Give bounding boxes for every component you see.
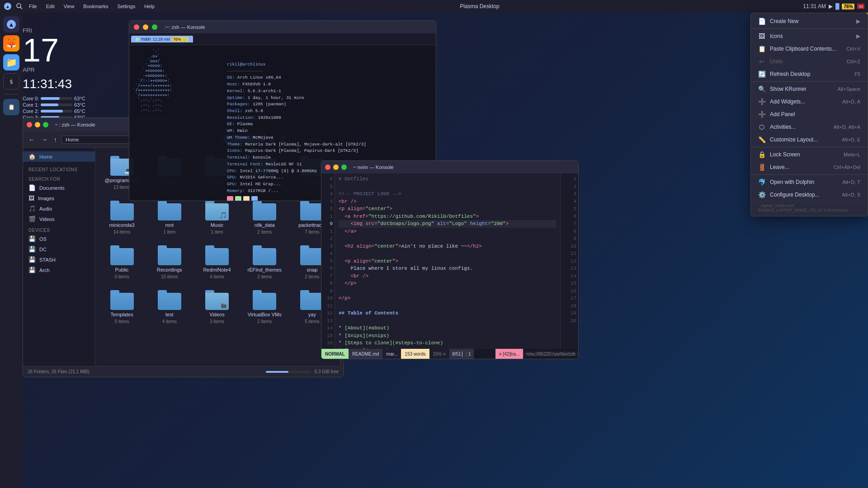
konsole-top-titlebar: :~: zsh — Konsole	[129, 21, 436, 33]
folder-item-miniconda3[interactable]: miniconda3 14 items	[100, 197, 144, 238]
dolphin-icon: 🐬	[758, 178, 765, 186]
nvim-rhs-info: ≡ [42]tra...	[495, 349, 523, 359]
folder-count: 2 items	[305, 274, 319, 279]
ctx-icons[interactable]: 🖼 Icons ▶	[751, 30, 868, 42]
ctx-leave[interactable]: 🚪 Leave... Ctrl+Alt+Del	[751, 161, 868, 174]
win-min-btn[interactable]	[143, 24, 148, 30]
folder-count: 1 item	[163, 230, 175, 235]
code-line	[339, 235, 557, 243]
svg-point-2	[17, 4, 21, 8]
sidebar-item-home[interactable]: 🏠 Home	[23, 151, 95, 162]
menu-edit[interactable]: Edit	[44, 3, 57, 10]
nvim-max-btn[interactable]	[341, 164, 347, 170]
sidebar-item-arch[interactable]: 💾 Arch	[23, 265, 95, 275]
folder-item-recordings[interactable]: Recordings 10 items	[147, 242, 191, 283]
top-panel: ▲ File Edit View Bookmarks Settings Help…	[0, 0, 868, 13]
ctx-customize[interactable]: ✏️ Customize Layout... Alt+D, E	[751, 133, 868, 146]
ctx-open-dolphin[interactable]: 🐬 Open with Dolphin Alt+D, T	[751, 176, 868, 188]
refresh-shortcut: F5	[854, 71, 860, 77]
ctx-krunner[interactable]: 🔍 Show KRunner Alt+Space	[751, 83, 868, 95]
ctx-paste[interactable]: 📋 Paste Clipboard Contents... Ctrl+V	[751, 42, 868, 55]
sidebar-os-label: OS	[39, 236, 47, 242]
menu-bookmarks[interactable]: Bookmarks	[81, 3, 110, 10]
recent-locations-label: Recent Locations	[23, 165, 95, 173]
search-panel-icon[interactable]	[15, 2, 24, 10]
folder-item-test[interactable]: test 4 items	[147, 286, 191, 328]
add-panel-icon: ➕	[758, 111, 765, 118]
win-close-btn[interactable]	[134, 24, 139, 30]
dock-terminal[interactable]: $	[3, 73, 19, 89]
folder-count: 1 item	[211, 230, 223, 235]
folder-name: Music	[211, 222, 224, 228]
fm-min-btn[interactable]	[35, 122, 40, 127]
core2-label: Core 2:	[23, 108, 39, 114]
menu-settings[interactable]: Settings	[115, 3, 137, 10]
configure-icon: ⚙️	[758, 191, 765, 198]
sidebar-item-audio[interactable]: 🎵 Audio	[23, 203, 95, 214]
nvim-window: ~ nvim — Konsole 65432101234567891011121…	[321, 160, 579, 359]
menu-view[interactable]: View	[62, 3, 76, 10]
folder-item-nltk[interactable]: nltk_data 2 items	[243, 197, 287, 238]
sidebar-audio-label: Audio	[39, 206, 52, 211]
folder-item-virtualbox[interactable]: VirtualBox VMs 2 items	[243, 286, 287, 328]
tab-label: main	[141, 37, 151, 42]
folder-count: 3 items	[210, 319, 224, 324]
win-max-btn[interactable]	[152, 24, 157, 30]
dock-files[interactable]: 📁	[3, 54, 19, 70]
back-button[interactable]: ←	[27, 135, 37, 144]
time-display: 11:31:43	[23, 77, 85, 91]
music-folder-icon: 🎵	[219, 211, 227, 219]
ctx-add-panel[interactable]: ➕ Add Panel	[751, 108, 868, 121]
fm-max-btn[interactable]	[43, 122, 48, 127]
folder-item-refind[interactable]: rEFInd_themes 2 items	[243, 242, 287, 283]
dock-firefox[interactable]: 🦊	[3, 35, 19, 52]
sidebar-item-os[interactable]: 💾 OS	[23, 234, 95, 244]
up-button[interactable]: ↑	[52, 135, 59, 144]
fm-close-btn[interactable]	[27, 122, 32, 127]
dock-app-menu[interactable]: ▲	[3, 16, 19, 33]
folder-item-mnt[interactable]: mnt 1 item	[147, 197, 191, 238]
nvim-title: ~ nvim — Konsole	[353, 164, 394, 170]
ctx-refresh[interactable]: 🔄 Refresh Desktop F5	[751, 68, 868, 80]
folder-item-redminote4[interactable]: RedmiNote4 4 items	[195, 242, 239, 283]
configure-shortcut: Alt+D, S	[842, 192, 860, 197]
nvim-min-btn[interactable]	[333, 164, 339, 170]
folder-icon-music: 🎵	[205, 201, 229, 221]
folder-item-music[interactable]: 🎵 Music 1 item	[195, 197, 239, 238]
folder-name: rEFInd_themes	[248, 267, 282, 272]
folder-item-videos[interactable]: 🎬 Videos 3 items	[195, 286, 239, 328]
arch-drive-icon: 💾	[28, 267, 36, 273]
folder-icon-nltk	[253, 201, 276, 221]
ctx-create-new[interactable]: 📄 Create New ▶	[751, 15, 868, 28]
sidebar-item-videos[interactable]: 🎬 Videos	[23, 214, 95, 224]
code-line	[339, 287, 557, 295]
konsole-tab-main[interactable]: main 11:28 AM 76% 🔋	[131, 36, 193, 42]
menu-file[interactable]: File	[27, 3, 39, 10]
fm-title: ~ : zsh — Konsole	[55, 122, 95, 127]
folder-item-templates[interactable]: Templates 0 items	[100, 286, 144, 328]
forward-button[interactable]: →	[39, 135, 49, 144]
dock-task-1[interactable]: 📋	[3, 99, 19, 115]
ctx-activities[interactable]: ⬡ Activities... Alt+D, Alt+A	[751, 121, 868, 133]
ctx-undo[interactable]: ↩ Undo Ctrl+Z	[751, 55, 868, 68]
folder-item-public[interactable]: Public 0 items	[100, 242, 144, 283]
ctx-lock[interactable]: 🔒 Lock Screen Meta+L	[751, 148, 868, 161]
sidebar-item-dc[interactable]: 💾 DC	[23, 244, 95, 254]
folder-count: 7 items	[305, 230, 319, 235]
ctx-activities-label: Activities...	[770, 124, 796, 130]
ctx-configure[interactable]: ⚙️ Configure Desktop... Alt+D, S	[751, 188, 868, 201]
sidebar-item-images[interactable]: 🖼 Images	[23, 193, 95, 203]
app-menu-icon[interactable]: ▲	[4, 2, 12, 10]
nvim-close-btn[interactable]	[325, 164, 330, 170]
code-content[interactable]: # Dotfiles <!-- PROJECT LOGO --> <br /> …	[335, 174, 560, 349]
sidebar-item-stash[interactable]: 💾 STASH	[23, 254, 95, 265]
svg-text:▲: ▲	[5, 4, 10, 9]
ctx-refresh-label: Refresh Desktop	[770, 71, 810, 77]
nvim-statusline: NORMAL README.md mar... 153 words 15% ≡ …	[321, 349, 578, 359]
menu-help[interactable]: Help	[142, 3, 156, 10]
sidebar-item-documents[interactable]: 📄 Documents	[23, 183, 95, 193]
code-line: <p align="center">	[339, 258, 557, 265]
ctx-add-widgets[interactable]: ➕ Add Widgets... Alt+D, A	[751, 95, 868, 108]
code-line: </a>	[339, 228, 557, 235]
folder-name: Templates	[111, 312, 133, 317]
